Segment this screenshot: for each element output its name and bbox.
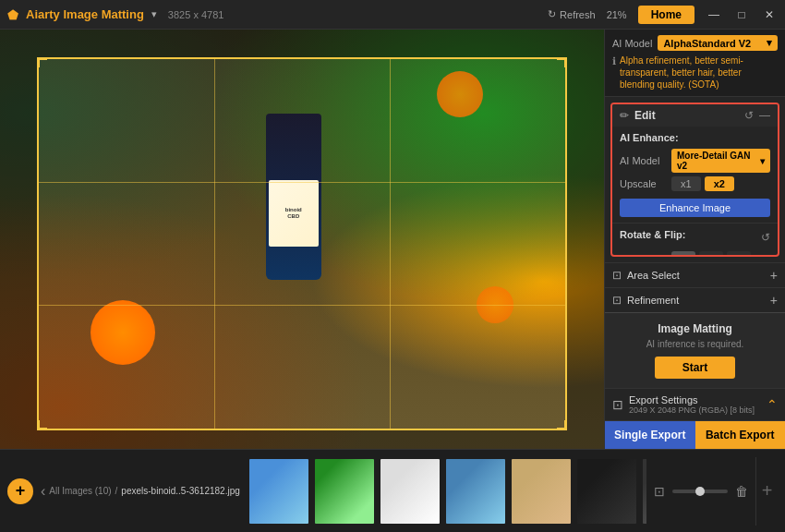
filmstrip-bottom-add[interactable]: + xyxy=(755,457,778,526)
flip-v-icon: ⇅ xyxy=(734,255,743,257)
refinement-section[interactable]: ⊡ Refinement + xyxy=(605,287,785,312)
rotate-left-icon: ↺ xyxy=(679,255,688,257)
rotate-flip-section: Rotate & Flip: ↺ Operate ↺ ⇆ ⇅ xyxy=(612,224,778,257)
crop-grid-h1 xyxy=(39,182,565,183)
batch-export-button[interactable]: Batch Export xyxy=(695,421,786,449)
export-settings: ⊡ Export Settings 2049 X 2048 PNG (RGBA)… xyxy=(605,388,785,420)
export-settings-icon: ⊡ xyxy=(612,397,623,412)
refinement-add-icon[interactable]: + xyxy=(770,293,778,308)
close-button[interactable]: ✕ xyxy=(761,6,778,23)
ai-model-row: AI Model AlphaStandard V2 ▾ xyxy=(612,35,778,51)
thumb-bg-6 xyxy=(577,459,636,524)
area-select-title: Area Select xyxy=(627,270,765,281)
crop-grid xyxy=(39,59,565,429)
window-controls: ↻ Refresh 21% Home — □ ✕ xyxy=(548,6,778,24)
right-panel: AI Model AlphaStandard V2 ▾ ℹ Alpha refi… xyxy=(604,30,785,449)
filmstrip: + ‹ All Images (10) / pexels-binoid..5-3… xyxy=(0,449,785,532)
upscale-options: x1 x2 xyxy=(671,176,734,191)
export-settings-title: Export Settings xyxy=(629,394,761,405)
area-select-section[interactable]: ⊡ Area Select + xyxy=(605,262,785,287)
rotate-controls-row: Operate ↺ ⇆ ⇅ xyxy=(620,251,770,257)
thumb-bg-3 xyxy=(380,459,440,524)
filmstrip-delete-icon[interactable]: 🗑 xyxy=(735,484,748,499)
operate-label: Operate xyxy=(620,256,666,257)
minimize-button[interactable]: — xyxy=(706,6,722,23)
ai-model-enhance-row: AI Model More-Detail GAN v2 ▾ xyxy=(620,149,770,173)
crop-overlay[interactable] xyxy=(37,57,567,430)
info-icon: ℹ xyxy=(612,54,616,91)
ai-enhance-section: AI Enhance: AI Model More-Detail GAN v2 … xyxy=(612,127,778,224)
filmstrip-images xyxy=(248,457,646,526)
edit-section: ✏ Edit ↺ — AI Enhance: AI Model More-Det… xyxy=(610,103,779,257)
rotate-icons: ↺ ⇆ ⇅ xyxy=(671,251,751,257)
zoom-level: 21% xyxy=(607,9,627,20)
ai-model-enhance-label: AI Model xyxy=(620,155,666,166)
thumbnail-7[interactable] xyxy=(641,457,646,526)
thumbnail-1[interactable] xyxy=(248,457,310,526)
thumb-bg-7 xyxy=(643,459,646,524)
app-dropdown[interactable]: ▾ xyxy=(151,8,157,20)
ai-model-label: AI Model xyxy=(612,38,652,49)
crop-grid-v2 xyxy=(390,59,391,429)
zoom-slider-thumb xyxy=(695,487,705,496)
filmstrip-add-button[interactable]: + xyxy=(7,478,33,504)
refinement-icon: ⊡ xyxy=(612,294,622,307)
area-select-add-icon[interactable]: + xyxy=(770,268,778,283)
ai-model-bar: AI Model AlphaStandard V2 ▾ ℹ Alpha refi… xyxy=(605,30,785,97)
image-canvas[interactable]: binoidCBD xyxy=(0,30,604,449)
thumb-bg-1 xyxy=(249,459,308,524)
thumbnail-3[interactable] xyxy=(379,457,441,526)
home-button[interactable]: Home xyxy=(638,6,694,24)
crop-grid-h2 xyxy=(39,305,565,306)
flip-vertical-button[interactable]: ⇅ xyxy=(727,251,751,257)
refresh-icon: ↻ xyxy=(548,8,556,20)
app-title: Aiarty Image Matting xyxy=(26,7,144,21)
crop-handle-br[interactable] xyxy=(557,420,566,429)
crop-handle-tr[interactable] xyxy=(557,58,566,67)
thumbnail-6[interactable] xyxy=(575,457,638,526)
crop-handle-bl[interactable] xyxy=(38,420,47,429)
single-export-button[interactable]: Single Export xyxy=(605,421,695,449)
filmstrip-actions: ⊡ 🗑 xyxy=(650,484,752,499)
upscale-label: Upscale xyxy=(620,178,666,189)
edit-title: Edit xyxy=(634,109,739,122)
export-expand-icon[interactable]: ⌃ xyxy=(767,397,778,412)
crop-handle-tl[interactable] xyxy=(38,58,47,67)
ai-enhance-title: AI Enhance: xyxy=(620,132,770,143)
thumb-bg-4 xyxy=(446,459,505,524)
canvas-area: binoidCBD xyxy=(0,30,604,449)
edit-collapse-icon[interactable]: — xyxy=(759,109,770,122)
edit-controls: ↺ — xyxy=(744,109,770,122)
thumb-bg-5 xyxy=(512,459,571,524)
upscale-x1-button[interactable]: x1 xyxy=(671,176,701,191)
edit-header[interactable]: ✏ Edit ↺ — xyxy=(612,104,778,127)
thumbnail-5[interactable] xyxy=(510,457,573,526)
ai-enhance-model-dropdown[interactable]: More-Detail GAN v2 ▾ xyxy=(671,149,770,173)
filmstrip-prev-icon[interactable]: ‹ xyxy=(41,483,45,500)
ai-model-select[interactable]: AlphaStandard V2 ▾ xyxy=(658,35,778,51)
titlebar: ⬟ Aiarty Image Matting ▾ 3825 x 4781 ↻ R… xyxy=(0,0,785,30)
thumbnail-2[interactable] xyxy=(313,457,376,526)
maximize-button[interactable]: □ xyxy=(733,6,750,23)
rotate-left-button[interactable]: ↺ xyxy=(671,251,695,257)
rotate-undo-icon[interactable]: ↺ xyxy=(761,231,770,244)
crop-grid-v1 xyxy=(214,59,215,429)
image-dimensions: 3825 x 4781 xyxy=(168,9,224,20)
main-area: binoidCBD xyxy=(0,30,785,449)
rotate-flip-title: Rotate & Flip: xyxy=(620,229,686,240)
edit-undo-icon[interactable]: ↺ xyxy=(744,109,754,122)
start-button[interactable]: Start xyxy=(655,357,735,379)
ai-model-description: ℹ Alpha refinement, better semi-transpar… xyxy=(612,54,778,91)
flip-h-icon: ⇆ xyxy=(706,255,716,257)
export-text: Export Settings 2049 X 2048 PNG (RGBA) [… xyxy=(629,394,761,415)
upscale-x2-button[interactable]: x2 xyxy=(705,176,734,191)
flip-horizontal-button[interactable]: ⇆ xyxy=(699,251,723,257)
zoom-slider[interactable] xyxy=(672,490,728,493)
refresh-button[interactable]: ↻ Refresh xyxy=(548,8,596,20)
edit-icon: ✏ xyxy=(620,109,629,122)
filmstrip-zoom-icon[interactable]: ⊡ xyxy=(654,484,665,499)
image-matting-section: Image Matting AI inference is required. … xyxy=(605,312,785,388)
export-settings-meta: 2049 X 2048 PNG (RGBA) [8 bits] xyxy=(629,405,761,415)
enhance-image-button[interactable]: Enhance Image xyxy=(620,199,770,217)
thumbnail-4[interactable] xyxy=(444,457,507,526)
